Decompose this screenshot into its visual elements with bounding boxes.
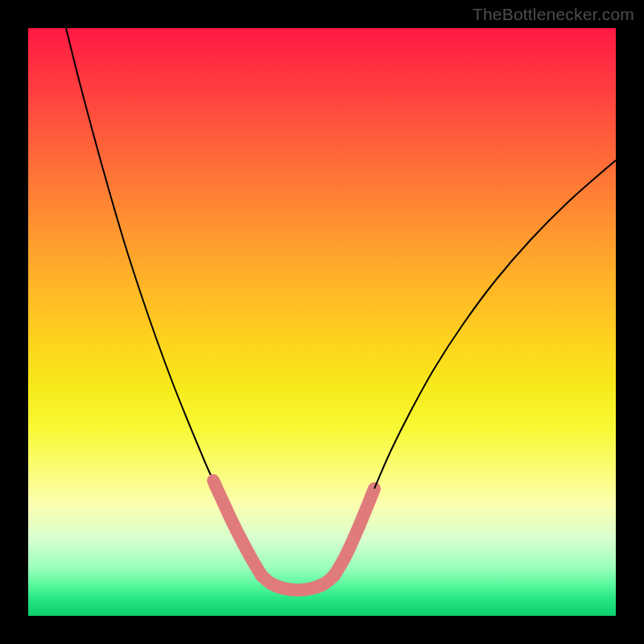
- watermark-text: TheBottlenecker.com: [473, 5, 634, 24]
- plot-area: [28, 28, 616, 616]
- chart-frame: TheBottlenecker.com: [0, 0, 644, 644]
- series-trough: [262, 576, 334, 590]
- series-right-branch: [374, 160, 616, 489]
- series-left-branch: [66, 28, 213, 481]
- series-right-marker-segment: [334, 489, 374, 576]
- series-left-marker-segment: [213, 481, 262, 576]
- curve-layer: [28, 28, 616, 616]
